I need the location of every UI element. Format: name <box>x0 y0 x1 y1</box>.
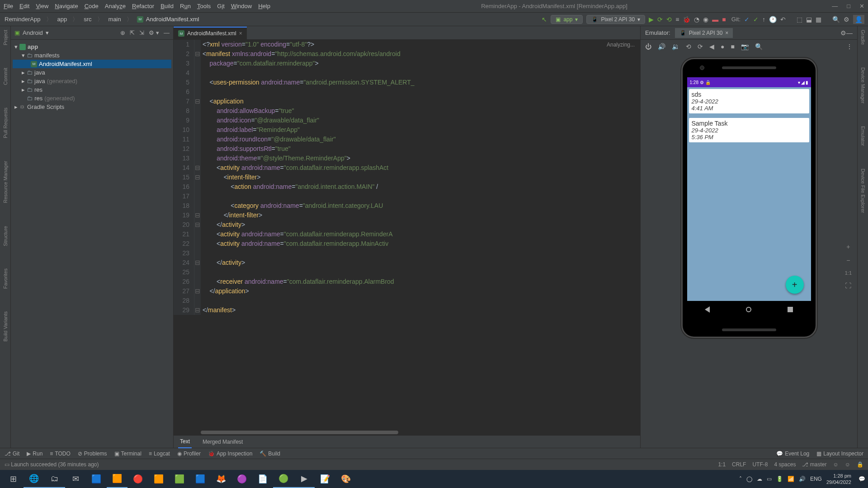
tool-layout-inspector[interactable]: ▦ Layout Inspector <box>816 450 863 457</box>
rail-structure[interactable]: Structure <box>3 226 8 246</box>
menu-refactor[interactable]: Refactor <box>132 3 154 9</box>
project-settings-icon[interactable]: ⚙ ▾ <box>149 29 159 36</box>
taskbar-office[interactable]: 📄 <box>252 470 273 488</box>
search-icon[interactable]: 🔍 <box>832 16 840 23</box>
rail-device-manager[interactable]: Device Manager <box>860 67 866 103</box>
taskbar-app1[interactable]: 🟦 <box>86 470 107 488</box>
editor-tab-manifest[interactable]: M AndroidManifest.xml × <box>174 27 247 39</box>
debug-icon[interactable]: ≡ <box>675 16 679 23</box>
emulator-hide-icon[interactable]: — <box>846 29 853 37</box>
sdk-manager-icon[interactable]: ⬓ <box>806 16 812 23</box>
avd-manager-icon[interactable]: ⬚ <box>797 16 802 23</box>
tool-profiler[interactable]: ◉ Profiler <box>177 450 201 457</box>
debug-button-icon[interactable]: 🐞 <box>683 16 690 23</box>
menu-code[interactable]: Code <box>85 3 99 9</box>
resource-manager-icon[interactable]: ▦ <box>816 16 821 23</box>
tab-text[interactable]: Text <box>178 436 192 448</box>
rail-commit[interactable]: Commit <box>3 68 8 85</box>
reminder-card[interactable]: Sample Task 29-4-2022 5:36 PM <box>689 118 809 142</box>
menu-tools[interactable]: Tools <box>197 3 211 9</box>
taskbar-vs[interactable]: 🟣 <box>231 470 252 488</box>
project-view-selector[interactable]: ▣Android ▾ <box>14 29 49 36</box>
close-emulator-tab-icon[interactable]: × <box>725 30 728 36</box>
tool-git[interactable]: ⎇ Git <box>5 450 19 457</box>
overview-icon[interactable]: ■ <box>731 43 734 50</box>
taskbar-sublime[interactable]: 🟧 <box>107 470 127 488</box>
crumb-app[interactable]: app <box>57 16 68 23</box>
lock-icon[interactable]: 🔒 <box>857 461 863 468</box>
tree-manifest-file[interactable]: M AndroidManifest.xml <box>13 60 171 68</box>
attach-debugger-icon[interactable]: ▬ <box>712 16 718 23</box>
locate-icon[interactable]: ⊕ <box>120 29 125 36</box>
tree-java-generated[interactable]: ▸ 🗀 java (generated) <box>13 77 171 85</box>
taskbar-photoshop[interactable]: 🟦 <box>190 470 211 488</box>
rail-build-variants[interactable]: Build Variants <box>3 311 8 342</box>
crumb-main[interactable]: main <box>108 16 122 23</box>
taskbar-terminal[interactable]: ▶ <box>294 470 315 488</box>
taskbar-edge[interactable]: 🌐 <box>24 470 44 488</box>
git-update-icon[interactable]: ✓ <box>744 16 750 23</box>
zoom-actual-icon[interactable]: 1:1 <box>845 270 852 276</box>
menu-help[interactable]: Help <box>258 3 270 9</box>
status-icon[interactable]: ▭ <box>5 461 9 468</box>
git-branch[interactable]: ⎇ master <box>802 461 826 468</box>
rotate-right-icon[interactable]: ⟳ <box>698 43 703 50</box>
inspection-smiley-icon[interactable]: ☺ <box>833 461 838 468</box>
nav-back-icon[interactable] <box>705 306 710 313</box>
home-icon[interactable]: ● <box>721 43 724 50</box>
tool-logcat[interactable]: ≡ Logcat <box>149 450 170 457</box>
git-history-icon[interactable]: 🕐 <box>769 16 777 23</box>
back-icon[interactable]: ◀ <box>709 43 714 50</box>
tree-app[interactable]: ▾ app <box>13 42 171 51</box>
tool-build[interactable]: 🔨 Build <box>259 450 280 457</box>
git-push-icon[interactable]: ↑ <box>762 16 765 23</box>
zoom-out-icon[interactable]: − <box>846 257 850 264</box>
indent-size[interactable]: 4 spaces <box>774 461 796 468</box>
settings-icon[interactable]: ⚙ <box>844 16 849 23</box>
tray-volume-icon[interactable]: 🔊 <box>799 476 806 482</box>
emulator-tab[interactable]: 📱 Pixel 2 API 30 × <box>675 28 733 38</box>
tool-problems[interactable]: ⊘ Problems <box>78 450 107 457</box>
tree-java[interactable]: ▸ 🗀 java <box>13 68 171 77</box>
minimize-icon[interactable]: — <box>832 3 838 9</box>
horizontal-scrollbar[interactable] <box>201 431 640 435</box>
tray-wifi-icon[interactable]: 📶 <box>788 476 794 482</box>
power-icon[interactable]: ⏻ <box>645 43 651 50</box>
tray-battery-icon[interactable]: 🔋 <box>776 476 783 482</box>
profile-icon[interactable]: ◉ <box>703 16 708 23</box>
menu-git[interactable]: Git <box>217 3 225 9</box>
run-config-selector[interactable]: ▣ app ▾ <box>551 15 583 24</box>
tool-event-log[interactable]: 💬 Event Log <box>776 450 809 457</box>
caret-position[interactable]: 1:1 <box>718 461 726 468</box>
rail-favorites[interactable]: Favorites <box>3 268 8 289</box>
maximize-icon[interactable]: □ <box>847 3 850 9</box>
zoom-fit-icon[interactable]: ⛶ <box>845 282 851 289</box>
tree-manifests[interactable]: ▾ 🗀 manifests <box>13 51 171 60</box>
tray-meet-icon[interactable]: ▭ <box>767 476 772 482</box>
menu-navigate[interactable]: Navigate <box>55 3 78 9</box>
code-editor[interactable]: 1<?xml version="1.0" encoding="utf-8"?>2… <box>174 40 640 435</box>
taskbar-paint[interactable]: 🎨 <box>335 470 356 488</box>
rail-device-file-explorer[interactable]: Device File Explorer <box>860 169 866 213</box>
file-encoding[interactable]: UTF-8 <box>752 461 768 468</box>
nav-home-icon[interactable] <box>746 307 751 312</box>
tray-onedrive-icon[interactable]: ☁ <box>757 476 762 482</box>
crumb-file[interactable]: AndroidManifest.xml <box>145 16 200 23</box>
emulator-settings-icon[interactable]: ⚙ <box>840 29 846 37</box>
crumb-src[interactable]: src <box>83 16 92 23</box>
stop-icon[interactable]: ■ <box>722 16 726 23</box>
device-selector[interactable]: 📱 Pixel 2 API 30 ▾ <box>586 15 645 24</box>
volume-up-icon[interactable]: 🔊 <box>658 43 665 50</box>
git-commit-icon[interactable]: ✓ <box>753 16 759 23</box>
nav-overview-icon[interactable] <box>788 307 793 312</box>
taskbar-notepad[interactable]: 📝 <box>315 470 335 488</box>
tree-gradle-scripts[interactable]: ▸ ⛭ Gradle Scripts <box>13 103 171 111</box>
tray-location-icon[interactable]: ◯ <box>746 476 752 482</box>
menu-analyze[interactable]: Analyze <box>105 3 126 9</box>
menu-view[interactable]: View <box>36 3 48 9</box>
tool-todo[interactable]: ≡ TODO <box>50 450 70 457</box>
zoom-in-icon[interactable]: + <box>846 243 850 250</box>
reminder-list[interactable]: sds 29-4-2022 4:41 AM Sample Task 29-4-2… <box>687 87 811 301</box>
taskbar-xampp[interactable]: 🟧 <box>148 470 169 488</box>
tool-terminal[interactable]: ▣ Terminal <box>114 450 142 457</box>
